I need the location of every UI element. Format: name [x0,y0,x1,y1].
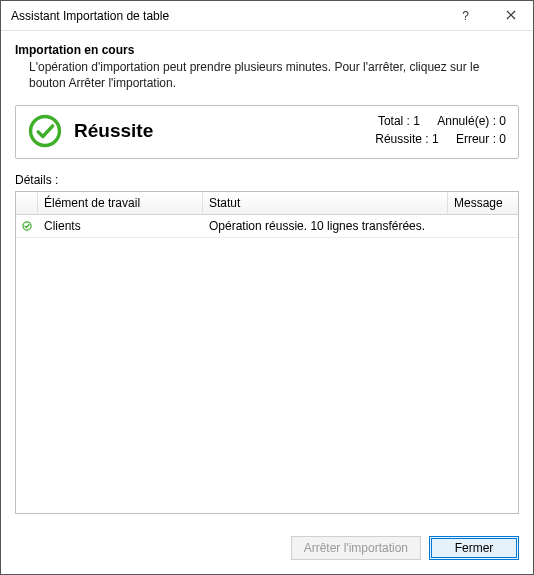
close-window-button[interactable] [488,1,533,31]
success-icon [28,114,62,148]
dialog-footer: Arrêter l'importation Fermer [1,524,533,574]
grid-body[interactable]: Clients Opération réussie. 10 lignes tra… [16,215,518,513]
total-label: Total : [378,114,410,128]
cancelled-value: 0 [499,114,506,128]
header-status[interactable]: Statut [203,192,448,214]
banner-stats: Total : 1 Annulé(e) : 0 Réussite : 1 Err… [375,112,506,148]
close-button[interactable]: Fermer [429,536,519,560]
dialog-content: Importation en cours L'opération d'impor… [1,31,533,524]
help-icon: ? [462,9,469,23]
details-grid: Élément de travail Statut Message Client… [15,191,519,514]
section-title: Importation en cours [15,43,519,57]
result-banner: Réussite Total : 1 Annulé(e) : 0 Réussit… [15,105,519,159]
row-message [448,215,518,237]
header-message[interactable]: Message [448,192,518,214]
total-value: 1 [413,114,420,128]
cancelled-label: Annulé(e) : [437,114,496,128]
details-label: Détails : [15,173,519,187]
success-label: Réussite : [375,132,428,146]
help-button[interactable]: ? [443,1,488,31]
window-title: Assistant Importation de table [11,9,443,23]
header-work-item[interactable]: Élément de travail [38,192,203,214]
error-value: 0 [499,132,506,146]
section-description: L'opération d'importation peut prendre p… [29,59,519,91]
titlebar: Assistant Importation de table ? [1,1,533,31]
stop-import-button: Arrêter l'importation [291,536,421,560]
error-label: Erreur : [456,132,496,146]
close-icon [506,9,516,23]
table-row[interactable]: Clients Opération réussie. 10 lignes tra… [16,215,518,238]
row-work-item: Clients [38,215,203,237]
svg-point-0 [31,117,60,146]
dialog-window: Assistant Importation de table ? Importa… [0,0,534,575]
row-status: Opération réussie. 10 lignes transférées… [203,215,448,237]
banner-title: Réussite [74,120,153,142]
grid-header: Élément de travail Statut Message [16,192,518,215]
success-value: 1 [432,132,439,146]
header-status-icon [16,192,38,214]
row-success-icon [16,215,38,237]
